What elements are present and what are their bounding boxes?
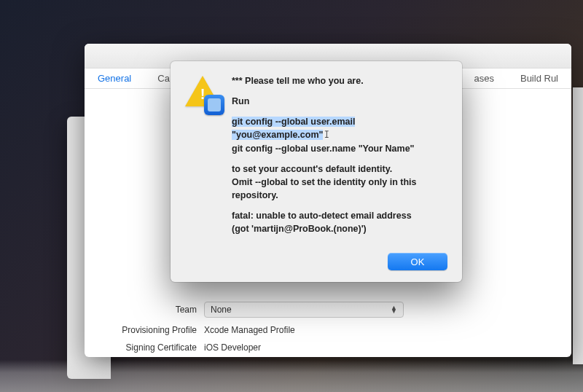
dialog-explain-1: to set your account's default identity.	[232, 164, 392, 174]
provisioning-profile-value: Xcode Managed Profile	[204, 325, 554, 335]
team-select[interactable]: None ▲▼	[204, 302, 404, 318]
signing-certificate-value: iOS Developer	[204, 342, 554, 353]
chevron-updown-icon: ▲▼	[391, 306, 397, 313]
tab-general[interactable]: General	[98, 73, 131, 84]
tab-phases[interactable]: ases	[474, 73, 494, 84]
dialog-message: *** Please tell me who you are. Run git …	[232, 74, 447, 243]
dialog-fatal-1: fatal: unable to auto-detect email addre…	[232, 211, 412, 221]
warning-icon: !	[184, 74, 222, 112]
dialog-cmd1-line1: git config --global user.email	[232, 117, 355, 127]
dialog-heading: *** Please tell me who you are.	[232, 74, 447, 87]
dialog-explain-2: Omit --global to set the identity only i…	[232, 177, 416, 200]
signing-certificate-label: Signing Certificate	[102, 342, 204, 353]
background-window-right	[573, 87, 583, 364]
dialog-cmd2: git config --global user.name "Your Name…	[232, 144, 415, 154]
team-select-value: None	[211, 305, 232, 315]
tab-capabilities[interactable]: Ca	[157, 73, 170, 84]
dialog-fatal-2: (got 'martijn@ProBook.(none)')	[232, 224, 367, 234]
xcode-badge-icon	[204, 95, 224, 115]
ok-button[interactable]: OK	[388, 253, 447, 270]
dialog-run-label: Run	[232, 95, 447, 108]
git-identity-dialog: ! *** Please tell me who you are. Run gi…	[171, 61, 462, 282]
team-label: Team	[102, 305, 204, 315]
dialog-cmd1-line2: "you@example.com"	[232, 130, 323, 140]
provisioning-profile-label: Provisioning Profile	[102, 325, 204, 335]
text-cursor-icon: ꕯ	[324, 128, 329, 141]
tab-build-rules[interactable]: Build Rul	[520, 73, 558, 84]
